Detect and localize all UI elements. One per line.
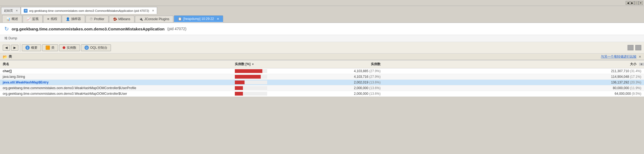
instance-pct: (13.6%): [369, 92, 381, 96]
section-title: 堆 Dump: [4, 36, 17, 40]
table-title: 类: [9, 54, 12, 59]
back-button[interactable]: ◀: [3, 45, 10, 51]
page-title: org.geekbang.time.commonmistakes.oom.dem…: [12, 27, 165, 31]
page-title-bar: ↻ org.geekbang.time.commonmistakes.oom.d…: [0, 23, 644, 35]
home-tab-close[interactable]: ✕: [16, 9, 18, 12]
filter-btn[interactable]: [628, 45, 633, 50]
tab-profiler[interactable]: ⏱ Profiler: [86, 16, 109, 22]
table-row[interactable]: char[]4,103,885 (27.9%)211,307,710 (31.4…: [0, 68, 644, 74]
thread-icon: ≡: [47, 17, 49, 21]
table-row[interactable]: java.util.WeakHashMap$Entry2,002,019 (13…: [0, 80, 644, 85]
table-row[interactable]: org.geekbang.time.commonmistakes.oom.dem…: [0, 91, 644, 97]
cell-instances: 2,000,000 (13.6%): [286, 91, 383, 96]
table-folder-icon: 📂: [3, 55, 7, 59]
tab-monitor-label: 监视: [32, 17, 39, 21]
overview-btn-label: 概要: [31, 46, 38, 50]
instance-pct: (27.9%): [369, 75, 381, 79]
cell-instances: 4,103,885 (27.9%): [286, 68, 383, 74]
column-headers: 类名 实例数 [%] ▼ 实例数 大小 ≡: [0, 60, 644, 68]
tab-jconsole[interactable]: 🔌 JConsole Plugins: [135, 16, 174, 22]
col-header-size: 大小: [383, 61, 639, 67]
size-pct: (9.5%): [632, 92, 641, 96]
cell-size: 80,000,000 (11.9%): [383, 85, 644, 91]
tab-overview[interactable]: 📊 概述: [2, 15, 22, 23]
cell-instances: 4,103,716 (27.9%): [286, 74, 383, 79]
cell-bar: [232, 80, 286, 85]
tab-sampler-label: 抽样器: [71, 17, 81, 21]
size-pct: (17.1%): [630, 75, 641, 79]
cell-classname: java.lang.String: [0, 74, 232, 79]
cell-classname: char[]: [0, 68, 232, 74]
win-maximize-btn[interactable]: ▶: [630, 1, 634, 5]
instance-pct: (13.6%): [369, 80, 381, 84]
col-header-instances: 实例数: [286, 61, 383, 67]
instance-pct: (27.9%): [369, 69, 381, 73]
tab-profiler-label: Profiler: [94, 17, 104, 21]
tab-monitor[interactable]: 📈 监视: [23, 15, 43, 23]
section-header: 堆 Dump: [0, 35, 644, 42]
tab-jconsole-label: JConsole Plugins: [144, 17, 170, 21]
active-tab-favicon: ⚙: [24, 9, 28, 13]
class-btn[interactable]: 🔶 类: [42, 44, 58, 51]
mbeans-icon: 🫘: [113, 17, 117, 21]
browser-tab-bar: 起始页 ✕ ⚙ org geekbang time commonmistakes…: [0, 6, 644, 14]
col-bar-label: 实例数 [%]: [235, 62, 250, 66]
tab-mbeans[interactable]: 🫘 MBeans: [109, 16, 134, 22]
jconsole-icon: 🔌: [139, 17, 143, 21]
browser-tab-home[interactable]: 起始页 ✕: [1, 7, 21, 14]
win-close-btn[interactable]: ✕: [639, 1, 643, 5]
heapdump-tab-close[interactable]: ✕: [217, 17, 219, 21]
col-classname-label: 类名: [3, 62, 9, 66]
active-tab-close[interactable]: ✕: [152, 9, 154, 12]
home-tab-label: 起始页: [4, 9, 13, 13]
table-header-row: 📂 类 与另一个堆转储进行比较 ✕: [0, 54, 644, 60]
cell-instances: 2,000,000 (13.6%): [286, 85, 383, 91]
win-minimize-btn[interactable]: ◀: [626, 1, 630, 5]
table-rows: char[]4,103,885 (27.9%)211,307,710 (31.4…: [0, 68, 644, 97]
cell-classname: org.geekbang.time.commonmistakes.oom.dem…: [0, 91, 232, 96]
overview-btn[interactable]: i 概要: [22, 44, 41, 51]
page-pid: (pid 47072): [167, 27, 187, 31]
active-tab-label: org geekbang time commonmistakes oom dem…: [29, 9, 149, 12]
cell-classname: java.util.WeakHashMap$Entry: [0, 80, 232, 85]
col-size-label: 大小: [630, 62, 636, 66]
oql-btn[interactable]: Q OQL 控制台: [81, 44, 111, 51]
tab-heapdump[interactable]: 📋 [heapdump] 10:29:22 ✕: [174, 15, 223, 22]
table-section-title: 📂 类: [3, 54, 12, 59]
tab-thread[interactable]: ≡ 线程: [43, 15, 61, 23]
tab-thread-label: 线程: [51, 17, 57, 21]
window-titlebar: ◀ ▶ □ ✕: [0, 0, 644, 6]
tab-sampler[interactable]: 👤 抽样器: [62, 15, 85, 23]
cell-classname: org.geekbang.time.commonmistakes.oom.dem…: [0, 85, 232, 91]
instance-btn-label: 实例数: [67, 46, 76, 50]
cell-bar: [232, 68, 286, 74]
win-restore-btn[interactable]: □: [634, 1, 639, 5]
sort-arrow-icon: ▼: [252, 63, 254, 66]
table-row[interactable]: java.lang.String4,103,716 (27.9%)114,904…: [0, 74, 644, 80]
col-instances-label: 实例数: [371, 62, 381, 66]
compare-link[interactable]: 与另一个堆转储进行比较: [601, 54, 636, 59]
cell-size: 211,307,710 (31.4%): [383, 68, 644, 74]
toolbar-separator-1: [20, 44, 20, 52]
sampler-icon: 👤: [66, 17, 70, 21]
cell-size: 114,904,048 (17.1%): [383, 74, 644, 79]
tab-mbeans-label: MBeans: [118, 17, 130, 21]
cell-instances: 2,002,019 (13.6%): [286, 80, 383, 85]
heapdump-icon: 📋: [178, 17, 182, 21]
instance-btn-icon: [63, 46, 65, 49]
col-header-bar[interactable]: 实例数 [%] ▼: [232, 61, 286, 67]
forward-button[interactable]: ▶: [11, 45, 18, 51]
main-content: ↻ org.geekbang.time.commonmistakes.oom.d…: [0, 23, 644, 97]
table-close-icon[interactable]: ✕: [639, 55, 641, 59]
col-settings-btn[interactable]: ≡: [639, 63, 644, 66]
size-pct: (31.4%): [630, 69, 641, 73]
export-btn[interactable]: [635, 45, 641, 50]
refresh-icon[interactable]: ↻: [4, 26, 9, 32]
profiler-icon: ⏱: [90, 17, 93, 21]
instance-btn[interactable]: 实例数: [59, 44, 80, 51]
cell-size: 136,137,292 (20.3%): [383, 80, 644, 85]
table-row[interactable]: org.geekbang.time.commonmistakes.oom.dem…: [0, 85, 644, 91]
table-container: 📂 类 与另一个堆转储进行比较 ✕ 类名 实例数 [%] ▼ 实例数: [0, 54, 644, 97]
browser-tab-active[interactable]: ⚙ org geekbang time commonmistakes oom d…: [21, 7, 157, 14]
tab-heapdump-label: [heapdump] 10:29:22: [183, 17, 214, 21]
